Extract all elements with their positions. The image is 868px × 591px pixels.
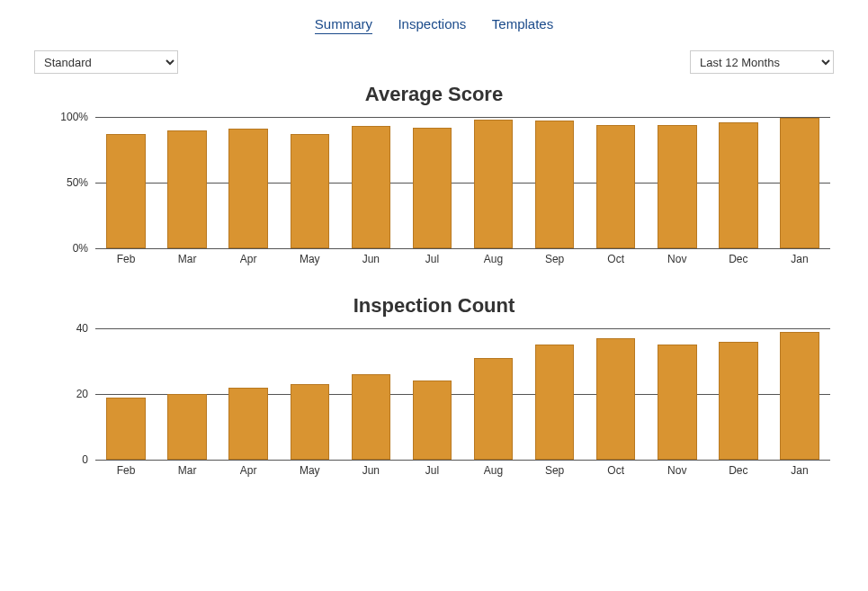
bar-slot — [279, 328, 340, 460]
x-tick-label: Jul — [425, 253, 439, 265]
x-tick-label: Dec — [729, 464, 747, 477]
bar — [596, 338, 636, 460]
bar — [474, 120, 514, 248]
y-tick-label: 50% — [43, 176, 88, 189]
bar-slot — [463, 117, 524, 248]
bar-slot — [218, 328, 279, 460]
x-tick-label: Mar — [178, 253, 197, 265]
bar — [228, 129, 268, 248]
bar — [658, 125, 697, 248]
bar-slot — [95, 328, 157, 460]
x-tick-label: Jan — [791, 464, 808, 477]
x-tick-label: Aug — [484, 253, 503, 265]
x-tick-label: Oct — [607, 464, 624, 477]
y-tick-label: 0 — [43, 453, 88, 466]
x-tick-label: Jan — [791, 253, 808, 265]
bar-slot — [463, 328, 524, 460]
bar-slot — [401, 328, 462, 460]
bar-slot — [524, 328, 586, 460]
controls-row: Standard Last 12 Months — [34, 50, 834, 74]
y-tick-label: 20 — [43, 388, 88, 400]
bar-slot — [157, 328, 218, 460]
bar — [780, 118, 819, 248]
y-tick-label: 0% — [43, 242, 88, 255]
bar — [474, 358, 514, 460]
bar — [535, 121, 575, 248]
x-tick-label: May — [300, 464, 320, 477]
bar — [352, 126, 391, 248]
bar — [291, 384, 330, 460]
y-tick-label: 40 — [43, 322, 88, 335]
y-tick-label: 100% — [43, 111, 88, 123]
x-tick-label: Dec — [729, 253, 747, 265]
bar — [658, 345, 697, 460]
x-tick-label: Feb — [117, 464, 136, 477]
x-tick-label: May — [300, 253, 320, 265]
bar — [413, 381, 452, 460]
bars — [95, 328, 830, 460]
bars — [95, 117, 830, 248]
bar-slot — [157, 117, 218, 248]
bar — [413, 128, 452, 248]
tab-inspections[interactable]: Inspections — [398, 16, 466, 33]
x-tick-label: Jul — [425, 464, 439, 477]
x-tick-label: Nov — [667, 464, 686, 477]
bar — [352, 374, 391, 460]
x-tick-label: Jun — [362, 464, 380, 477]
bar-slot — [586, 328, 647, 460]
plot-area: 0%50%100% — [95, 117, 830, 249]
bar — [167, 394, 207, 460]
bar — [228, 388, 268, 460]
x-tick-label: Aug — [484, 464, 503, 477]
bar — [106, 134, 146, 248]
x-axis-labels: FebMarAprMayJunJulAugSepOctNovDecJan — [95, 462, 830, 480]
bar-slot — [401, 117, 462, 248]
bar — [596, 125, 636, 248]
x-tick-label: Apr — [240, 253, 257, 265]
bar — [535, 345, 575, 460]
range-select[interactable]: Last 12 Months — [690, 50, 834, 74]
bar-slot — [218, 117, 279, 248]
bar-slot — [769, 117, 830, 248]
x-tick-label: Sep — [545, 464, 564, 477]
chart-inspection-count: Inspection Count 02040 FebMarAprMayJunJu… — [34, 294, 834, 480]
bar — [719, 122, 758, 248]
x-tick-label: Apr — [240, 464, 257, 477]
x-axis-labels: FebMarAprMayJunJulAugSepOctNovDecJan — [95, 251, 830, 269]
type-select[interactable]: Standard — [34, 50, 178, 74]
bar-slot — [340, 117, 401, 248]
bar — [780, 332, 819, 460]
bar-slot — [708, 117, 769, 248]
bar-slot — [647, 117, 708, 248]
bar-slot — [279, 117, 340, 248]
x-tick-label: Oct — [607, 253, 624, 265]
bar — [291, 134, 330, 248]
bar-slot — [524, 117, 586, 248]
x-tick-label: Sep — [545, 253, 564, 265]
bar-slot — [95, 117, 157, 248]
bar-slot — [708, 328, 769, 460]
chart-frame: 02040 FebMarAprMayJunJulAugSepOctNovDecJ… — [43, 323, 834, 480]
chart-title: Inspection Count — [34, 294, 834, 318]
bar-slot — [340, 328, 401, 460]
x-tick-label: Mar — [178, 464, 197, 477]
tab-summary[interactable]: Summary — [315, 16, 372, 34]
tabs-nav: Summary Inspections Templates — [34, 16, 834, 34]
bar-slot — [647, 328, 708, 460]
chart-title: Average Score — [34, 83, 834, 106]
bar — [719, 342, 758, 460]
tab-templates[interactable]: Templates — [492, 16, 553, 33]
x-tick-label: Feb — [117, 253, 136, 265]
chart-average-score: Average Score 0%50%100% FebMarAprMayJunJ… — [34, 83, 834, 269]
x-tick-label: Jun — [362, 253, 380, 265]
chart-frame: 0%50%100% FebMarAprMayJunJulAugSepOctNov… — [43, 112, 834, 269]
bar-slot — [769, 328, 830, 460]
plot-area: 02040 — [95, 328, 830, 461]
page-root: Summary Inspections Templates Standard L… — [0, 0, 868, 591]
bar — [167, 130, 207, 248]
x-tick-label: Nov — [667, 253, 686, 265]
bar-slot — [586, 117, 647, 248]
bar — [106, 398, 146, 460]
